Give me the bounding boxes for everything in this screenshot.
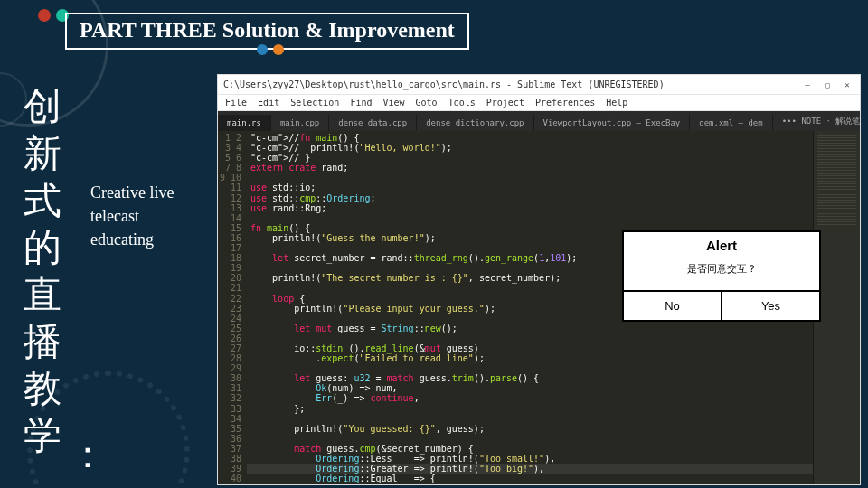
menu-file[interactable]: File [225,98,247,108]
slide-title-box: PART THREE Solution & Improvement [65,13,469,50]
dot-blue [257,44,268,55]
menu-edit[interactable]: Edit [258,98,279,108]
window-controls: — ▢ ✕ [800,80,854,90]
cn-vertical-heading: 创 新 式 的 直 播 教 学 [24,83,61,459]
close-button[interactable]: ✕ [840,80,854,90]
en-caption: Creative live telecast educating [90,181,190,251]
editor-tabs: main.rs main.cpp dense_data.cpp dense_di… [218,111,860,131]
alert-yes-button[interactable]: Yes [722,292,819,320]
menu-project[interactable]: Project [486,98,524,108]
alert-buttons: No Yes [624,290,819,320]
tab-note[interactable]: ••• NOTE · 解说笔记本.md [773,112,860,131]
cn-char: 播 [24,318,61,365]
cn-char: 教 [24,365,61,412]
tab-main-rs[interactable]: main.rs [218,115,271,131]
cn-char: 新 [24,130,61,177]
menu-goto[interactable]: Goto [416,98,438,108]
alert-message: 是否同意交互？ [624,255,819,290]
editor-titlebar[interactable]: C:\Users\zyy27\Desktop\rust\hello_cargo\… [218,75,860,95]
maximize-button[interactable]: ▢ [820,80,835,90]
tab-main-cpp[interactable]: main.cpp [271,115,329,131]
title-underline-dots [257,44,284,55]
cn-char: 直 [24,271,61,318]
alert-title: Alert [624,232,819,255]
tab-dem-xml[interactable]: dem.xml — dem [690,115,772,131]
menu-help[interactable]: Help [606,98,627,108]
menu-preferences[interactable]: Preferences [535,98,595,108]
window-title: C:\Users\zyy27\Desktop\rust\hello_cargo\… [223,80,665,89]
dot-red [38,9,51,22]
cn-char: 学 [24,412,61,459]
header-dots [38,9,69,22]
cn-char: 的 [24,224,61,271]
slide-title: PART THREE Solution & Improvement [80,18,455,42]
minimize-button[interactable]: — [800,80,815,90]
tab-viewport[interactable]: ViewportLayout.cpp — ExecBay [534,115,691,131]
cn-char: 创 [24,83,61,130]
alert-dialog: Alert 是否同意交互？ No Yes [622,230,821,322]
editor-menubar: File Edit Selection Find View Goto Tools… [218,95,860,111]
menu-tools[interactable]: Tools [448,98,476,108]
alert-no-button[interactable]: No [624,292,722,320]
menu-view[interactable]: View [382,98,404,108]
cn-tail-colon: ： [69,429,107,480]
cn-char: 式 [24,177,61,224]
dot-orange [273,44,284,55]
menu-selection[interactable]: Selection [290,98,339,108]
tab-dense-data[interactable]: dense_data.cpp [329,115,417,131]
line-gutter: 1 2 3 4 5 6 7 8 9 10 11 12 13 14 15 16 1… [218,131,247,484]
tab-dense-dictionary[interactable]: dense_dictionary.cpp [417,115,533,131]
menu-find[interactable]: Find [350,98,372,108]
minimap-content [817,135,856,225]
